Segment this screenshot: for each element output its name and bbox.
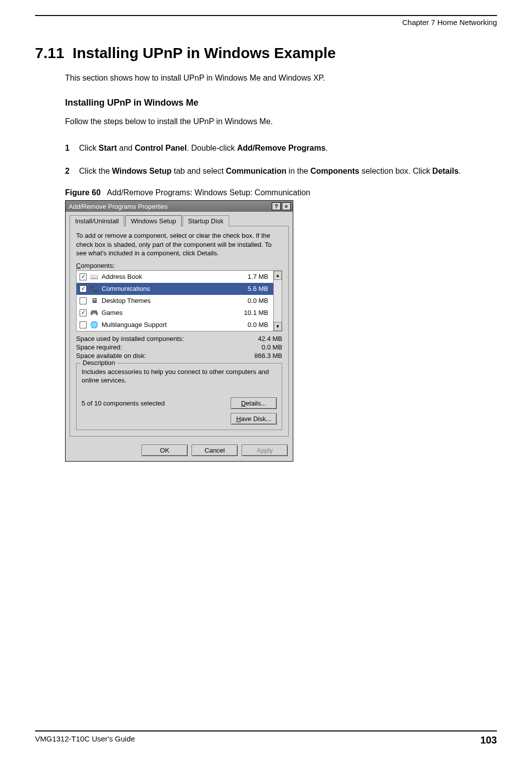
close-button[interactable]: × <box>282 202 291 210</box>
component-icon: 🖥 <box>90 297 99 305</box>
component-icon: 🎮 <box>90 309 99 317</box>
dialog-title: Add/Remove Programs Properties <box>69 203 168 210</box>
component-icon: 📞 <box>90 285 99 293</box>
dialog-button-row: OK Cancel Apply <box>66 441 293 461</box>
scroll-track[interactable] <box>274 280 282 322</box>
scroll-up-icon[interactable]: ▲ <box>274 271 282 280</box>
description-text: Includes accessories to help you connect… <box>82 367 277 389</box>
section-title-text: Installing UPnP in Windows Example <box>73 45 336 61</box>
stat-value: 42.4 MB <box>258 335 282 342</box>
tab-startup-disk[interactable]: Startup Disk <box>183 215 229 226</box>
step-1-number: 1 <box>65 142 79 154</box>
dialog-titlebar[interactable]: Add/Remove Programs Properties ? × <box>66 201 293 212</box>
stat-value: 866.3 MB <box>254 352 282 359</box>
component-checkbox[interactable]: ✓ <box>80 309 87 316</box>
component-row[interactable]: 🌐Multilanguage Support0.0 MB <box>77 319 273 331</box>
panel-instructions: To add or remove a component, select or … <box>76 231 282 258</box>
stat-row: Space used by installed components:42.4 … <box>76 334 282 343</box>
stat-row: Space required:0.0 MB <box>76 343 282 351</box>
section-title: 7.11 Installing UPnP in Windows Example <box>35 45 497 62</box>
component-name: Games <box>102 309 235 316</box>
have-disk-rest: ave Disk... <box>241 415 271 423</box>
help-button[interactable]: ? <box>272 202 281 210</box>
top-rule <box>35 15 497 16</box>
component-checkbox[interactable] <box>80 321 87 328</box>
components-selected-count: 5 of 10 components selected <box>82 400 165 407</box>
step-2-text: Click the Windows Setup tab and select C… <box>79 165 461 177</box>
component-size: 0.0 MB <box>235 321 270 328</box>
step-2-number: 2 <box>65 165 79 177</box>
component-size: 1.7 MB <box>235 273 270 280</box>
scroll-down-icon[interactable]: ▼ <box>274 322 282 331</box>
component-row[interactable]: ✓🎮Games10.1 MB <box>77 307 273 319</box>
details-button[interactable]: Details... <box>231 398 277 409</box>
tab-install-uninstall[interactable]: Install/Uninstall <box>70 215 124 226</box>
details-button-rest: etails... <box>246 400 266 407</box>
component-row[interactable]: ✓📖Address Book1.7 MB <box>77 271 273 283</box>
subsection-intro: Follow the steps below to install the UP… <box>65 117 497 126</box>
step-1-text: Click Start and Control Panel. Double-cl… <box>79 142 328 154</box>
add-remove-programs-dialog: Add/Remove Programs Properties ? × Insta… <box>65 200 293 462</box>
component-row[interactable]: ✓📞Communications5.6 MB <box>77 283 273 295</box>
component-icon: 📖 <box>90 273 99 281</box>
apply-button[interactable]: Apply <box>242 445 288 456</box>
component-name: Address Book <box>102 273 235 280</box>
tab-windows-setup[interactable]: Windows Setup <box>125 215 181 226</box>
figure-number: Figure 60 <box>65 188 101 197</box>
figure-caption-text: Add/Remove Programs: Windows Setup: Comm… <box>107 188 310 197</box>
have-disk-button[interactable]: Have Disk... <box>231 413 277 425</box>
section-intro: This section shows how to install UPnP i… <box>65 74 497 83</box>
stat-label: Space available on disk: <box>76 352 146 359</box>
tab-panel-windows-setup: To add or remove a component, select or … <box>70 226 289 437</box>
components-listbox[interactable]: ✓📖Address Book1.7 MB✓📞Communications5.6 … <box>76 270 282 331</box>
page-footer: VMG1312-T10C User's Guide 103 <box>35 730 497 746</box>
subsection-title: Installing UPnP in Windows Me <box>65 98 497 108</box>
cancel-button[interactable]: Cancel <box>192 445 238 456</box>
chapter-header: Chapter 7 Home Networking <box>35 18 497 27</box>
footer-guide-name: VMG1312-T10C User's Guide <box>35 734 135 746</box>
components-label-text: omponents: <box>81 262 115 269</box>
stat-label: Space required: <box>76 343 122 351</box>
footer-page-number: 103 <box>480 734 497 746</box>
footer-rule <box>35 730 497 731</box>
description-group: Description Includes accessories to help… <box>76 363 282 430</box>
section-number: 7.11 <box>35 45 64 61</box>
component-icon: 🌐 <box>90 321 99 329</box>
component-name: Multilanguage Support <box>102 321 235 328</box>
stat-value: 0.0 MB <box>262 343 282 351</box>
description-legend: Description <box>81 359 117 366</box>
component-size: 0.0 MB <box>235 297 270 304</box>
stat-label: Space used by installed components: <box>76 335 184 342</box>
ok-button[interactable]: OK <box>142 445 188 456</box>
step-2: 2 Click the Windows Setup tab and select… <box>65 165 497 177</box>
component-size: 10.1 MB <box>235 309 270 316</box>
component-size: 5.6 MB <box>235 285 270 292</box>
component-row[interactable]: 🖥Desktop Themes0.0 MB <box>77 295 273 307</box>
step-1: 1 Click Start and Control Panel. Double-… <box>65 142 497 154</box>
component-checkbox[interactable] <box>80 297 87 304</box>
components-label: Components: <box>76 262 282 269</box>
tabs-row: Install/Uninstall Windows Setup Startup … <box>66 212 293 226</box>
component-checkbox[interactable]: ✓ <box>80 273 87 280</box>
listbox-scrollbar[interactable]: ▲ ▼ <box>273 271 282 331</box>
figure-caption: Figure 60 Add/Remove Programs: Windows S… <box>65 188 497 197</box>
component-name: Communications <box>102 285 235 292</box>
component-checkbox[interactable]: ✓ <box>80 285 87 292</box>
component-name: Desktop Themes <box>102 297 235 304</box>
